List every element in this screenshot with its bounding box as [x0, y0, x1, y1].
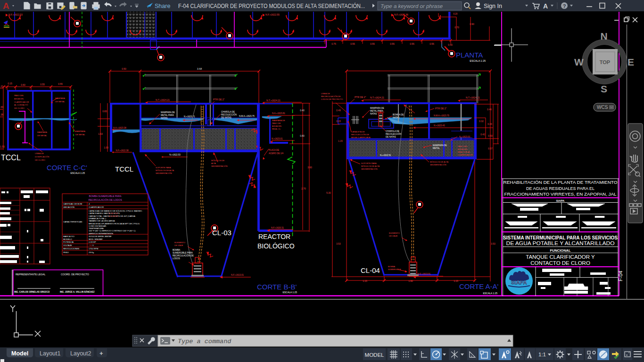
svg-text:AGUA CLARIFICADA: AGUA CLARIFICADA	[351, 136, 371, 139]
svg-text:DOSIFICACIÓN: DOSIFICACIÓN	[35, 156, 49, 158]
svg-text:CL-03: CL-03	[212, 229, 231, 237]
svg-text:LÍNEA DE: LÍNEA DE	[321, 92, 330, 95]
svg-text:3.53: 3.53	[491, 243, 495, 245]
svg-text:ELEMENTO: ELEMENTO	[389, 232, 400, 234]
svg-text:REVOLUCIONES: REVOLUCIONES	[63, 247, 79, 250]
svg-text:DE CLORO: DE CLORO	[14, 107, 25, 109]
svg-text:ING. JORGE A. VALLIN SÁNCHEZ: ING. JORGE A. VALLIN SÁNCHEZ	[60, 290, 95, 293]
svg-text:PASO DE: PASO DE	[272, 122, 281, 124]
svg-text:MOD. WS03BF: MOD. WS03BF	[89, 238, 103, 240]
svg-text:0.70: 0.70	[454, 26, 459, 29]
svg-text:CLARIFICADOR: CLARIFICADOR	[14, 101, 29, 103]
svg-text:SOPORTE PARA: SOPORTE PARA	[361, 162, 377, 165]
svg-text:0.55: 0.55	[390, 42, 395, 45]
svg-text:0.32: 0.32	[479, 120, 484, 123]
svg-text:1:1: 1:1	[538, 352, 546, 357]
svg-text:CANALETA DE: CANALETA DE	[351, 131, 365, 133]
svg-text:3.68: 3.68	[197, 67, 202, 70]
svg-text:?: ?	[563, 3, 566, 9]
svg-text:MAMPARA DE: MAMPARA DE	[370, 107, 384, 109]
svg-text:MÓDULOS DE ALTA: MÓDULOS DE ALTA	[430, 161, 448, 163]
svg-text:MÓDULOS DE: MÓDULOS DE	[211, 159, 224, 162]
svg-text:AGUA DEL: AGUA DEL	[14, 98, 25, 100]
svg-text:N.T.+1624.21: N.T.+1624.21	[156, 99, 170, 101]
svg-text:LODOS: LODOS	[173, 257, 180, 260]
svg-text:11.34 LPS.: 11.34 LPS.	[108, 212, 118, 214]
svg-text:REACTOR AL: REACTOR AL	[458, 151, 471, 153]
svg-text:MODELO: MODELO	[63, 238, 72, 240]
svg-text:Type a keyword or phrase: Type a keyword or phrase	[380, 3, 443, 9]
svg-text:MÓDULOS DE ALTA: MÓDULOS DE ALTA	[156, 169, 174, 172]
svg-text:PLANTA: PLANTA	[456, 51, 483, 59]
svg-text:FRACCIONAMIENTO VIRREYES, EN Z: FRACCIONAMIENTO VIRREYES, EN ZAPOPAN, JA…	[504, 192, 617, 197]
svg-text:W: W	[574, 57, 584, 67]
svg-text:SEDIMENTACIÓN: SEDIMENTACIÓN	[430, 164, 446, 166]
svg-text:MAMPARA: MAMPARA	[75, 130, 85, 132]
svg-text:N.A.+1623.38: N.A.+1623.38	[113, 127, 126, 129]
svg-text:1.15: 1.15	[363, 280, 367, 282]
svg-text:.69: .69	[0, 106, 3, 108]
svg-text:N.+1623.71: N.+1623.71	[184, 115, 195, 118]
svg-text:1.90: 1.90	[408, 280, 413, 282]
svg-text:Sign In: Sign In	[484, 3, 502, 9]
svg-text:RECIRCULACIÓN DE: RECIRCULACIÓN DE	[173, 254, 194, 257]
svg-text:N.F.+1613.01: N.F.+1613.01	[418, 273, 430, 275]
svg-text:RB AL CL: RB AL CL	[272, 128, 281, 130]
svg-text:ESCALA 1:25: ESCALA 1:25	[282, 291, 297, 294]
svg-text:BOMBA: BOMBA	[388, 265, 395, 268]
svg-text:N.M.A.+1623.75: N.M.A.+1623.75	[239, 115, 255, 117]
svg-text:0.46: 0.46	[487, 108, 492, 111]
svg-text:29 Kg: 29 Kg	[89, 251, 94, 254]
svg-text:DE METAL: DE METAL	[55, 100, 65, 103]
svg-text:COORD. DE PROYECTO: COORD. DE PROYECTO	[61, 273, 89, 276]
svg-text:S: S	[601, 83, 607, 94]
svg-text:BRIDA DE ACOPLAMIENTO ROSCADA: BRIDA DE ACOPLAMIENTO ROSCADA NPT DE 2 P…	[89, 222, 140, 225]
svg-text:DE NATAS: DE NATAS	[386, 136, 396, 138]
svg-text:COMO ESTÁNDAR.: COMO ESTÁNDAR.	[89, 225, 107, 227]
svg-text:NATAS: NATAS	[161, 117, 167, 119]
svg-text:LODOS DE PROYECTO: LODOS DE PROYECTO	[321, 98, 343, 100]
svg-text:N.F.+1622.55: N.F.+1622.55	[265, 13, 280, 16]
svg-text:A: A	[3, 1, 9, 11]
svg-text:ELEMENTO: ELEMENTO	[174, 241, 186, 244]
svg-text:N.A.+1623.81: N.A.+1623.81	[272, 112, 285, 115]
svg-text:METAL PARA: METAL PARA	[161, 114, 174, 116]
svg-text:N.+1622.51: N.+1622.51	[380, 154, 391, 156]
svg-text:V: V	[92, 244, 94, 247]
svg-text:N.F.+1622.53: N.F.+1622.53	[8, 13, 23, 16]
svg-text:SERVICIO INTERMITENTE.: SERVICIO INTERMITENTE.	[89, 232, 114, 235]
svg-text:REACTOR: REACTOR	[258, 233, 290, 240]
svg-text:SIAPA: SIAPA	[556, 199, 565, 202]
svg-text:0.42: 0.42	[480, 133, 485, 136]
svg-text:5.30: 5.30	[326, 192, 331, 194]
svg-text:DE AGUA POTABLE Y ALCANTARILLA: DE AGUA POTABLE Y ALCANTARILLADO	[506, 240, 615, 246]
svg-text:N.+1623.01: N.+1623.01	[272, 138, 283, 140]
svg-text:TANQUE CLARIFICADOR Y: TANQUE CLARIFICADOR Y	[526, 254, 595, 260]
svg-text:0.15: 0.15	[336, 120, 341, 123]
svg-text:1.15: 1.15	[454, 280, 458, 282]
svg-text:LÍNEA DE: LÍNEA DE	[35, 152, 44, 155]
svg-text:+: +	[99, 350, 103, 357]
svg-text:REHABILITACIÓN DE LA PLANTA DE: REHABILITACIÓN DE LA PLANTA DE TRATAMIEN…	[504, 180, 618, 185]
svg-text:Layout1: Layout1	[40, 350, 61, 357]
svg-text:TCCL: TCCL	[115, 165, 133, 173]
svg-text:3.53: 3.53	[336, 243, 341, 245]
svg-text:140° F (60° C) SERVICIO CONTIN: 140° F (60° C) SERVICIO CONTINUO 140° F …	[89, 230, 136, 232]
svg-text:0.55: 0.55	[410, 42, 414, 45]
svg-text:METAL PARA: METAL PARA	[370, 110, 383, 112]
svg-text:0.80: 0.80	[300, 134, 305, 137]
svg-text:PLACA DE: PLACA DE	[269, 149, 279, 151]
svg-text:ING. CARLOS ORNELAS OROZCO: ING. CARLOS ORNELAS OROZCO	[14, 291, 50, 293]
svg-text:MAMPARA DE: MAMPARA DE	[433, 144, 447, 147]
svg-text:RECOLECCIÓN: RECOLECCIÓN	[386, 132, 401, 135]
svg-text:0.20: 0.20	[454, 13, 458, 15]
svg-text:PTR DE 2": PTR DE 2"	[435, 107, 447, 110]
svg-text:4: 4	[89, 203, 90, 205]
svg-text:CORTE A-A': CORTE A-A'	[459, 282, 499, 290]
svg-text:SUMERGIBLE PARA: SUMERGIBLE PARA	[173, 252, 193, 254]
svg-text:N.F.+1620.31: N.F.+1620.31	[271, 227, 284, 229]
svg-text:DE METAL: DE METAL	[75, 133, 85, 136]
svg-text:CLARIFICADOR: CLARIFICADOR	[89, 206, 104, 208]
svg-text:DE METAL: DE METAL	[37, 134, 47, 137]
svg-text:230: 230	[89, 244, 92, 247]
